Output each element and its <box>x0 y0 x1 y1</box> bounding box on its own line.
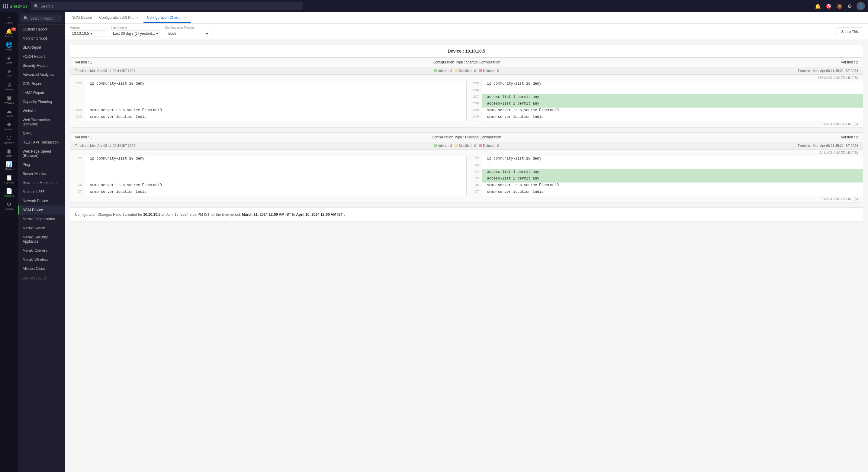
line-content-right: snmp-server trap-source Ethernet0 <box>482 108 863 114</box>
k8s-label: K8s <box>7 75 11 78</box>
icon-nav-item-applogs[interactable]: 📋AppLogs <box>1 173 18 186</box>
diff-row: 239snmp-server trap-source Ethernet0239s… <box>70 108 863 114</box>
sidebar-item-microsoft-365[interactable]: Microsoft 365 <box>18 187 65 197</box>
sidebar-item-network-device[interactable]: Network Device <box>18 197 65 205</box>
sidebar-item-advanced-analytics[interactable]: Advanced Analytics <box>18 70 65 79</box>
icon-nav-item-home[interactable]: ⌂Home <box>1 13 18 26</box>
icon-nav-item-k8s[interactable]: ⎈K8s <box>1 67 18 80</box>
help-icon[interactable]: ⚙ <box>847 3 852 9</box>
icon-nav-item-network[interactable]: ⬡Network <box>1 133 18 146</box>
sidebar-item-monitor-groups[interactable]: Monitor Groups <box>18 34 65 43</box>
sidebar-item-alibaba-cloud[interactable]: Alibaba Cloud <box>18 264 65 273</box>
icon-nav-item-web[interactable]: 🌐Web <box>1 40 18 53</box>
sidebar-search-input[interactable] <box>30 16 65 21</box>
sidebar-item-meraki-switch[interactable]: Meraki Switch <box>18 224 65 233</box>
network-icon: ⬡ <box>7 135 11 141</box>
avatar[interactable]: 👤 <box>857 2 865 10</box>
app-logo[interactable]: Site24x7 <box>3 4 28 9</box>
line-content-left <box>85 88 466 94</box>
modified-dot <box>455 144 458 147</box>
line-content-left: snmp-server location India <box>85 114 466 121</box>
sidebar-item-meraki-security[interactable]: Meraki Security Appliance <box>18 233 65 246</box>
footer-period-end: April 10, 2024 12:00 AM IST <box>296 212 343 217</box>
sidebar-item-lama-report[interactable]: LAMA Report <box>18 88 65 97</box>
sidebar-item-ping[interactable]: Ping <box>18 160 65 169</box>
sidebar-item-web-page-speed[interactable]: Web Page Speed (Browser) <box>18 147 65 160</box>
sidebar-item-fqdn-report[interactable]: FQDN Report <box>18 52 65 61</box>
diff-container-startup: 235ip community-list 10 deny235ip commun… <box>70 81 863 121</box>
sidebar-item-capacity-planning[interactable]: Capacity Planning <box>18 97 65 106</box>
sidebar-item-custom-report[interactable]: Custom Report <box>18 25 65 34</box>
tab-close-config-diff[interactable]: × <box>135 16 140 20</box>
sidebar-item-grpc[interactable]: gRPC <box>18 129 65 138</box>
version-right-running: Version : 2 <box>662 135 858 139</box>
line-num-left <box>70 163 85 169</box>
icon-nav-item-server[interactable]: 🖥Server <box>1 80 18 93</box>
rum-label: RUM <box>6 154 12 157</box>
legend-added-startup: Added : 2 <box>434 69 452 72</box>
diff-row: 22ip community-list 10 deny22ip communit… <box>70 156 863 163</box>
diff-row: 235ip community-list 10 deny235ip commun… <box>70 81 863 88</box>
tab-config-change[interactable]: Configuration Chan...× <box>144 13 191 23</box>
sidebar-item-meraki-wireless[interactable]: Meraki Wireless <box>18 255 65 264</box>
line-content-right: ip community-list 10 deny <box>482 156 863 163</box>
icon-nav-item-apm[interactable]: ◈APM <box>1 54 18 66</box>
sidebar-item-website[interactable]: Website <box>18 106 65 115</box>
time-period-select[interactable]: Last 30 days (till yesterd... ▾ <box>111 30 160 37</box>
monitor-select[interactable]: 10.10.10.5 ▾ <box>70 30 106 37</box>
target-icon[interactable]: 🎯 <box>826 3 832 9</box>
vmware-label: VMware <box>4 101 14 104</box>
icon-nav-item-metrics[interactable]: 📊Metrics <box>1 160 18 173</box>
legend-added-running: Added : 2 <box>434 144 452 147</box>
line-num-left: 27 <box>70 189 85 196</box>
sidebar-search[interactable]: 🔍 <box>21 14 62 22</box>
applogs-icon: 📋 <box>6 175 12 180</box>
tab-close-config-change[interactable]: × <box>183 16 187 20</box>
network-label: Network <box>4 141 14 144</box>
search-icon: 🔍 <box>34 4 39 8</box>
share-button[interactable]: Share This <box>837 28 863 36</box>
tab-ncm-device[interactable]: NCM Device <box>68 13 95 23</box>
icon-nav-item-vmware[interactable]: ▣VMware <box>1 93 18 106</box>
unchanged-bottom-startup: 7 UNCHANGED LINE(S) <box>70 121 863 127</box>
tab-config-diff[interactable]: Configuration Diff R...× <box>95 13 144 23</box>
diff-row: 24access-list 1 permit any <box>70 169 863 176</box>
icon-nav-item-rum[interactable]: ◉RUM <box>1 147 18 159</box>
icon-nav-item-nutanix[interactable]: ❖Nutanix <box>1 120 18 132</box>
sidebar-item-meraki-camera[interactable]: Meraki Camera <box>18 246 65 255</box>
search-input[interactable] <box>40 4 300 8</box>
sidebar-item-meraki-organization[interactable]: Meraki Organization <box>18 214 65 224</box>
sidebar-item-ncm-device[interactable]: NCM Device <box>18 205 65 214</box>
sidebar-time: 2:58 PM 10 Apr, 24 <box>18 273 65 281</box>
config-type-dropdown[interactable]: BothStartup ConfigurationRunning Configu… <box>167 31 209 36</box>
sidebar-item-cdn-report[interactable]: CDN Report <box>18 79 65 88</box>
version-left-startup: Version : 1 <box>75 60 271 64</box>
deleted-label: Deleted : 0 <box>483 144 499 147</box>
modified-dot <box>455 69 458 72</box>
timeline-right-startup: Timeline : Mon Apr 08 11:35:21 IST 2024 <box>662 69 858 72</box>
timeline-center-running: Added : 2 Modified : 0 Deleted : 0 <box>271 144 662 147</box>
config-type-select[interactable]: BothStartup ConfigurationRunning Configu… <box>165 30 211 37</box>
icon-nav-item-reports[interactable]: 📄Reports <box>1 186 18 199</box>
section-header-startup: Version : 1 Configuration Type : Startup… <box>70 58 863 67</box>
sidebar-item-sla-report[interactable]: SLA Report <box>18 43 65 52</box>
sidebar-item-rest-api[interactable]: REST API Transaction <box>18 138 65 147</box>
bell-icon[interactable]: 🔔 <box>815 3 821 9</box>
line-content-right: access-list 2 permit any <box>482 176 863 182</box>
footer-device: 10.10.10.5 <box>143 212 160 217</box>
deleted-label: Deleted : 0 <box>483 69 499 72</box>
icon-nav-item-admin[interactable]: ⚙Admin <box>1 200 18 212</box>
icon-nav-item-cloud[interactable]: ☁Cloud <box>1 107 18 119</box>
sidebar-item-server-monitor[interactable]: Server Monitor <box>18 169 65 178</box>
k8s-icon: ⎈ <box>7 68 11 74</box>
alert-icon[interactable]: 🔕 <box>837 3 843 9</box>
sidebar-item-security-report[interactable]: Security Report <box>18 61 65 70</box>
line-num-right: 22 <box>467 156 482 163</box>
sidebar-item-heartbeat-monitoring[interactable]: Heartbeat Monitoring <box>18 178 65 187</box>
sidebar-item-web-transaction[interactable]: Web Transaction (Browser) <box>18 115 65 129</box>
version-left-running: Version : 1 <box>75 135 271 139</box>
global-search[interactable]: 🔍 <box>31 2 303 10</box>
cloud-icon: ☁ <box>6 109 12 114</box>
footer-mid: on April 10, 2024 2:56 PM IST for the ti… <box>160 212 242 217</box>
config-type-filter-group: Configuration Type(s) BothStartup Config… <box>165 26 211 37</box>
